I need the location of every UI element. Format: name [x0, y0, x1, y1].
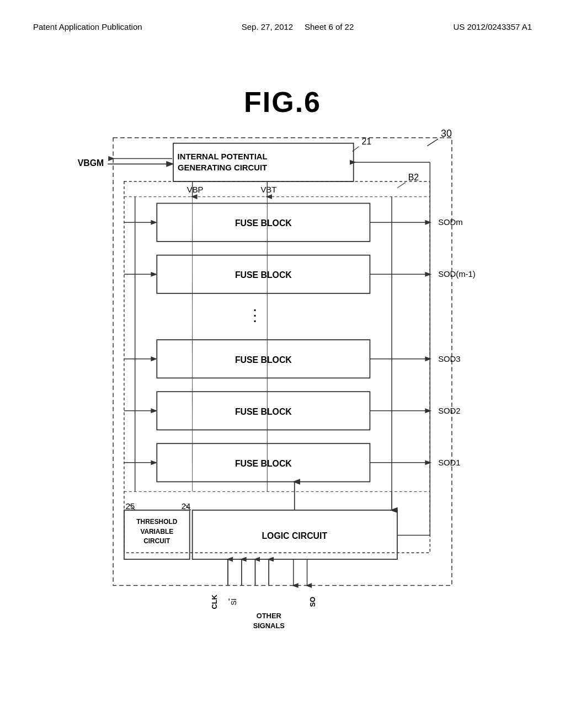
ref24-label: 24: [182, 502, 191, 511]
svg-rect-4: [173, 143, 354, 181]
circuit-diagram: 30 B2 INTERNAL POTENTIAL GENERATING CIRC…: [33, 127, 532, 673]
vbp-label: VBP: [187, 185, 204, 194]
header-left: Patent Application Publication: [33, 22, 142, 31]
ref30-label: 30: [441, 128, 452, 139]
internal-circuit-label1: INTERNAL POTENTIAL: [178, 152, 268, 161]
ref21-label: 21: [362, 137, 372, 146]
page: Patent Application Publication Sep. 27, …: [0, 0, 565, 728]
sod-m1-label: SOD(m-1): [438, 270, 476, 279]
logic-circuit-label: LOGIC CIRCUIT: [262, 531, 327, 540]
internal-circuit-label2: GENERATING CIRCUIT: [178, 163, 267, 172]
svg-line-1: [427, 139, 438, 146]
header-sheet: Sheet 6 of 22: [305, 22, 354, 31]
other-signals-label2: SIGNALS: [253, 622, 285, 630]
ref-b2-label: B2: [408, 173, 419, 182]
vbgm-label: VBGM: [78, 158, 104, 168]
header-date: Sep. 27, 2012: [242, 22, 293, 31]
sod2-label: SOD2: [438, 406, 460, 415]
threshold-label2: VARIABLE: [140, 528, 173, 536]
sod3-label: SOD3: [438, 355, 460, 363]
other-signals-label1: OTHER: [257, 612, 282, 620]
so-label: SO: [308, 597, 317, 607]
svg-line-3: [397, 183, 406, 188]
figure-title: FIG.6: [244, 85, 321, 119]
header-center: Sep. 27, 2012 Sheet 6 of 22: [242, 22, 354, 31]
vbt-label: VBT: [260, 185, 276, 194]
threshold-label1: THRESHOLD: [136, 518, 177, 526]
header-right: US 2012/0243357 A1: [453, 22, 532, 31]
threshold-label3: CIRCUIT: [143, 537, 170, 545]
si-label: SI: [230, 598, 238, 605]
fuse-block-5: FUSE BLOCK: [235, 459, 292, 468]
fuse-block-4: FUSE BLOCK: [235, 407, 292, 416]
clk-label: CLK: [210, 594, 218, 609]
sod1-label: SOD1: [438, 458, 460, 467]
page-header: Patent Application Publication Sep. 27, …: [0, 22, 565, 31]
fuse-block-1: FUSE BLOCK: [235, 218, 292, 228]
fuse-block-2: FUSE BLOCK: [235, 270, 292, 280]
svg-rect-2: [124, 181, 430, 553]
dots-label: ⋮: [248, 307, 263, 324]
fuse-block-3: FUSE BLOCK: [235, 355, 292, 365]
sodm-label: SODm: [438, 218, 463, 227]
diagram-container: 30 B2 INTERNAL POTENTIAL GENERATING CIRC…: [33, 127, 532, 673]
ref25-label: 25: [126, 502, 135, 511]
